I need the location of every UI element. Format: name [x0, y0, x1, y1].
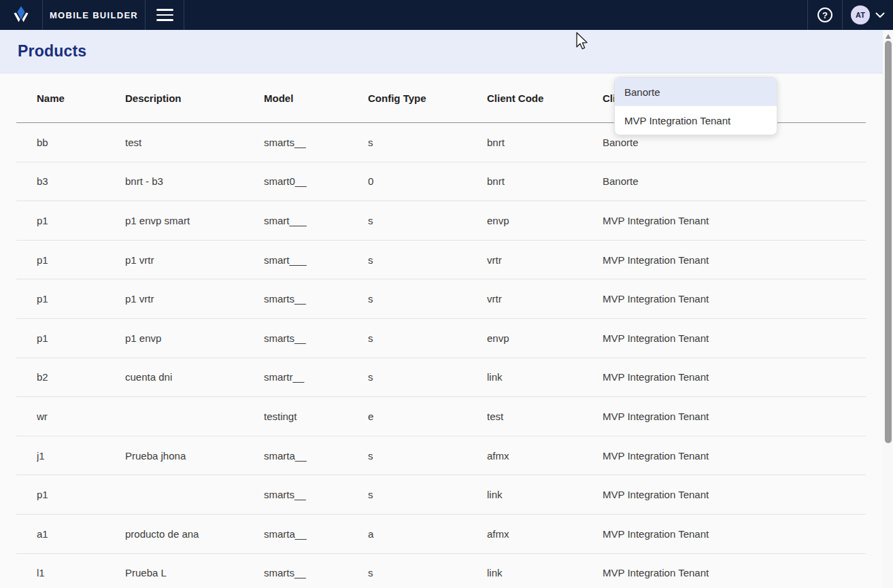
table-cell: link	[487, 567, 603, 578]
table-cell: a1	[37, 528, 125, 540]
table-cell: p1	[37, 332, 125, 344]
table-cell: e	[368, 411, 487, 422]
table-row[interactable]: p1p1 vrtrsmarts__svrtrMVP Integration Te…	[16, 279, 866, 319]
scrollbar-thumb[interactable]	[885, 41, 892, 443]
scroll-up-arrow-icon[interactable]	[886, 34, 891, 39]
table-cell: MVP Integration Tenant	[603, 332, 866, 344]
table-cell: Prueba jhona	[125, 450, 264, 462]
dropdown-option-mvp-integration-tenant[interactable]: MVP Integration Tenant	[615, 106, 777, 135]
table-cell: wr	[37, 411, 125, 422]
table-cell: bnrt	[487, 137, 603, 148]
table-cell: smarta__	[264, 450, 368, 462]
table-cell: s	[368, 332, 487, 344]
top-navbar: MOBILE BUILDER ? AT	[0, 0, 893, 30]
table-cell: bb	[37, 137, 125, 148]
column-header-description: Description	[125, 92, 264, 104]
table-cell: MVP Integration Tenant	[603, 293, 866, 305]
table-cell: s	[368, 450, 487, 462]
table-cell: j1	[37, 450, 125, 462]
table-cell: smart___	[264, 254, 368, 266]
table-cell: Banorte	[603, 137, 866, 148]
table-cell: p1	[37, 215, 125, 226]
table-cell: smartr__	[264, 371, 368, 383]
table-cell: b3	[37, 175, 125, 187]
table-cell: MVP Integration Tenant	[603, 254, 866, 266]
table-cell: test	[487, 411, 603, 422]
table-cell: s	[368, 137, 487, 148]
dropdown-option-banorte[interactable]: Banorte	[615, 77, 777, 106]
page-header: Products	[0, 30, 893, 73]
table-cell: s	[368, 293, 487, 305]
table-cell: p1	[37, 293, 125, 305]
table-cell: MVP Integration Tenant	[603, 528, 866, 540]
table-cell: envp	[487, 332, 603, 344]
table-cell: smarts__	[264, 567, 368, 578]
table-cell: p1	[37, 489, 125, 500]
table-cell: MVP Integration Tenant	[603, 450, 866, 462]
table-row[interactable]: b3bnrt - b3smart0__0bnrtBanorte	[16, 162, 866, 202]
chevron-down-icon	[875, 12, 885, 18]
app-logo[interactable]	[0, 0, 42, 30]
help-button[interactable]: ?	[808, 0, 842, 30]
table-cell: MVP Integration Tenant	[603, 567, 866, 578]
table-row[interactable]: l1Prueba Lsmarts__slinkMVP Integration T…	[16, 554, 866, 588]
brand-title: MOBILE BUILDER	[43, 0, 145, 30]
nav-spacer	[184, 0, 807, 30]
table-cell: 0	[368, 175, 487, 187]
table-cell: s	[368, 489, 487, 500]
table-cell: bnrt	[487, 175, 603, 187]
table-cell: test	[125, 137, 264, 148]
table-cell: smarta__	[264, 528, 368, 540]
client-dropdown-menu: Banorte MVP Integration Tenant	[614, 77, 777, 135]
avatar: AT	[851, 5, 870, 24]
logo-icon	[11, 5, 31, 24]
table-cell: p1 envp	[125, 332, 264, 344]
table-cell: testingt	[264, 411, 368, 422]
table-cell: p1	[37, 254, 125, 266]
table-cell: MVP Integration Tenant	[603, 489, 866, 500]
column-header-model: Model	[264, 92, 368, 104]
column-header-client-code: Client Code	[487, 92, 603, 104]
question-mark-icon: ?	[818, 7, 832, 22]
table-row[interactable]: p1smarts__slinkMVP Integration Tenant	[16, 475, 866, 515]
table-row[interactable]: p1p1 envpsmarts__senvpMVP Integration Te…	[16, 319, 866, 358]
table-cell: p1 vrtr	[125, 293, 264, 305]
table-row[interactable]: p1p1 envp smartsmart___senvpMVP Integrat…	[16, 201, 866, 241]
table-cell: bnrt - b3	[125, 175, 264, 187]
table-row[interactable]: wrtestingtetestMVP Integration Tenant	[16, 397, 866, 436]
table-cell: l1	[37, 567, 125, 578]
table-cell: b2	[37, 371, 125, 383]
account-menu-button[interactable]: AT	[843, 0, 893, 30]
table-cell: smarts__	[264, 332, 368, 344]
table-row[interactable]: j1Prueba jhonasmarta__safmxMVP Integrati…	[16, 436, 866, 476]
table-row[interactable]: b2cuenta dnismartr__slinkMVP Integration…	[16, 358, 866, 398]
table-cell: link	[487, 371, 603, 383]
table-cell: vrtr	[487, 293, 603, 305]
table-body: bbtestsmarts__sbnrtBanorteb3bnrt - b3sma…	[16, 123, 866, 588]
products-table: Name Description Model Config Type Clien…	[16, 73, 866, 588]
table-cell: smart___	[264, 215, 368, 226]
table-cell: s	[368, 254, 487, 266]
table-cell: smarts__	[264, 489, 368, 500]
table-cell: envp	[487, 215, 603, 226]
table-cell: a	[368, 528, 487, 540]
page-title: Products	[18, 42, 86, 60]
vertical-scrollbar[interactable]	[883, 30, 893, 588]
column-header-config-type: Config Type	[368, 92, 487, 104]
table-cell: Prueba L	[125, 567, 264, 578]
table-row[interactable]: p1p1 vrtrsmart___svrtrMVP Integration Te…	[16, 241, 866, 280]
menu-toggle-button[interactable]	[146, 0, 184, 30]
table-cell: afmx	[487, 528, 603, 540]
table-cell: afmx	[487, 450, 603, 462]
hamburger-icon	[156, 9, 173, 11]
table-cell: p1 envp smart	[125, 215, 264, 226]
table-cell: MVP Integration Tenant	[603, 371, 866, 383]
table-cell: s	[368, 567, 487, 578]
table-cell: s	[368, 215, 487, 226]
table-cell: Banorte	[603, 175, 866, 187]
table-cell: vrtr	[487, 254, 603, 266]
column-header-name: Name	[37, 92, 125, 104]
table-cell: smarts__	[264, 293, 368, 305]
table-cell: smarts__	[264, 137, 368, 148]
table-row[interactable]: a1producto de anasmarta__aafmxMVP Integr…	[16, 515, 866, 554]
